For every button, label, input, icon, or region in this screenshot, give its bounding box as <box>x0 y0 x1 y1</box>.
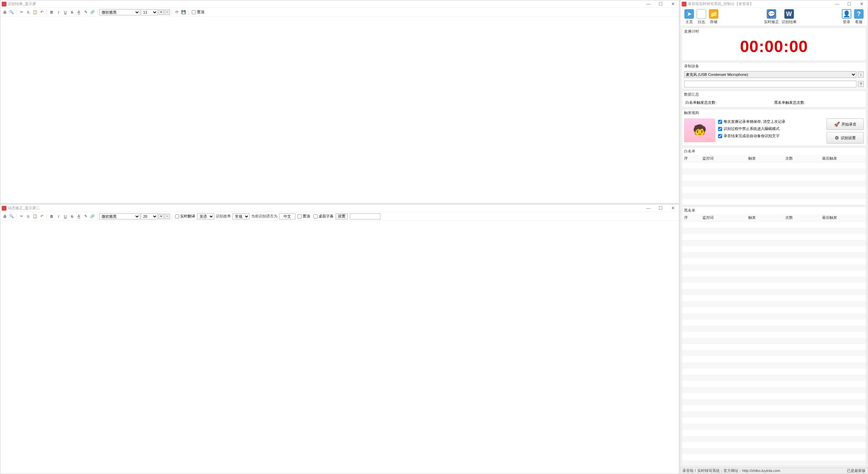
blacklist-body[interactable] <box>682 222 866 466</box>
find-icon[interactable]: 🔍 <box>8 213 15 219</box>
close-button[interactable]: ✕ <box>668 206 678 211</box>
editor-area-2[interactable] <box>0 221 679 474</box>
font-size-select[interactable]: 20 <box>141 213 158 219</box>
col-trigger[interactable]: 触发 <box>746 155 783 162</box>
status-bar: 录音啦！实时转写系统；官方网址：http://zhibo.luyinla.com… <box>680 468 868 474</box>
rule-2-checkbox[interactable]: 识别过程中禁止系统进入睡眠模式 <box>718 126 824 131</box>
strike-button[interactable]: S <box>69 213 75 219</box>
minimize-button[interactable]: — <box>644 206 653 211</box>
col-last[interactable]: 最后触发 <box>820 155 866 162</box>
device-expand-button[interactable]: › <box>858 71 864 78</box>
highlight-button[interactable]: ✎ <box>83 9 89 15</box>
rate-select[interactable]: 常规 <box>233 213 250 219</box>
print-icon[interactable]: 🖶 <box>2 213 8 219</box>
extra-input[interactable] <box>350 213 380 219</box>
maximize-button[interactable]: ☐ <box>656 206 665 211</box>
font-decrease-button[interactable]: − <box>165 10 170 15</box>
checkbox-input[interactable] <box>718 134 722 138</box>
recognition-settings-button[interactable]: ⚙ 识别设置 <box>827 132 864 144</box>
titlebar-cp: 录音啦实时转写系统_控制台【未登录】 — ☐ ✕ <box>680 0 868 8</box>
save-icon[interactable]: 💾 <box>181 9 187 15</box>
always-on-top-checkbox[interactable]: 置顶 <box>297 214 310 219</box>
separator <box>16 10 17 15</box>
link-icon[interactable]: 🔗 <box>89 213 96 219</box>
checkbox-input[interactable] <box>192 10 196 14</box>
translate-lang-select[interactable]: 英语 <box>197 213 214 219</box>
col-count[interactable]: 次数 <box>783 214 820 222</box>
maximize-button[interactable]: ☐ <box>656 1 665 6</box>
login-button[interactable]: 👤 登录 <box>842 9 851 24</box>
minimize-button[interactable]: — <box>644 1 653 6</box>
save-label: 存储 <box>710 19 717 24</box>
whitelist-body[interactable] <box>682 162 866 205</box>
paste-icon[interactable]: 📋 <box>32 9 38 15</box>
bold-button[interactable]: B <box>49 213 55 219</box>
cut-icon[interactable]: ✂ <box>18 9 24 15</box>
rules-section: 触发规则 🧒 每次直播记录单独保存, 清空上次记录 识别过程中禁止系统进入睡眠模… <box>682 109 866 146</box>
italic-button[interactable]: I <box>55 213 62 219</box>
help-button[interactable]: ? 客服 <box>854 9 864 24</box>
window-title: 录音啦实时转写系统_控制台【未登录】 <box>688 1 832 6</box>
col-keyword[interactable]: 监控词 <box>700 155 746 162</box>
paste-icon[interactable]: 📋 <box>32 213 38 219</box>
device-path-input[interactable] <box>684 81 856 87</box>
rule-1-checkbox[interactable]: 每次直播记录单独保存, 清空上次记录 <box>718 119 824 124</box>
font-increase-button[interactable]: + <box>158 10 164 15</box>
underline-button[interactable]: U <box>62 9 68 15</box>
log-button[interactable]: A 日志 <box>697 9 706 24</box>
save-button[interactable]: 📁 存储 <box>709 9 718 24</box>
rule-3-checkbox[interactable]: 录音结束完成后自动备份识别文字 <box>718 133 824 138</box>
find-icon[interactable]: 🔍 <box>8 9 15 15</box>
font-name-select[interactable]: 微软雅黑 <box>99 213 140 219</box>
bold-button[interactable]: B <box>49 9 55 15</box>
print-icon[interactable]: 🖶 <box>2 9 8 15</box>
col-trigger[interactable]: 触发 <box>746 214 783 222</box>
timer-section-title: 直播计时 <box>682 28 866 35</box>
undo-icon[interactable]: ↶ <box>39 9 45 15</box>
login-label: 登录 <box>843 19 850 24</box>
col-seq[interactable]: 序 <box>682 155 700 162</box>
font-color-button[interactable]: A̲ <box>76 213 82 219</box>
whitelist-table: 序 监控词 触发 次数 最后触发 <box>682 155 866 162</box>
col-seq[interactable]: 序 <box>682 214 700 222</box>
copy-icon[interactable]: ⎘ <box>25 9 31 15</box>
close-button[interactable]: ✕ <box>668 1 678 6</box>
home-button[interactable]: ➤ 主页 <box>684 9 694 24</box>
font-size-select[interactable]: 11 <box>141 9 158 15</box>
maximize-button[interactable]: ☐ <box>845 1 854 6</box>
close-button[interactable]: ✕ <box>857 1 866 6</box>
desktop-subtitle-checkbox[interactable]: 桌面字幕 <box>313 214 334 219</box>
col-keyword[interactable]: 监控词 <box>700 214 746 222</box>
checkbox-input[interactable] <box>313 214 318 218</box>
col-last[interactable]: 最后触发 <box>820 214 866 222</box>
copy-icon[interactable]: ⎘ <box>25 213 31 219</box>
separator <box>97 214 98 219</box>
refresh-icon[interactable]: ⟳ <box>174 9 180 15</box>
link-icon[interactable]: 🔗 <box>89 9 96 15</box>
checkbox-input[interactable] <box>718 127 722 131</box>
font-decrease-button[interactable]: − <box>165 214 170 219</box>
realtime-translate-checkbox[interactable]: 实时翻译 <box>175 214 195 219</box>
col-count[interactable]: 次数 <box>783 155 820 162</box>
undo-icon[interactable]: ↶ <box>39 213 45 219</box>
start-record-button[interactable]: 🚀 开始录音 <box>827 118 864 130</box>
font-color-button[interactable]: A̲ <box>76 9 82 15</box>
settings-button[interactable]: 设置 <box>336 213 348 219</box>
italic-button[interactable]: I <box>55 9 62 15</box>
font-increase-button[interactable]: + <box>158 214 164 219</box>
strike-button[interactable]: S <box>69 9 75 15</box>
always-on-top-checkbox[interactable]: 置顶 <box>192 10 204 15</box>
cut-icon[interactable]: ✂ <box>18 213 24 219</box>
device-select[interactable]: 麦克风 (USB Condenser Microphone) <box>684 71 856 78</box>
realtime-correct-button[interactable]: 💬 实时修正 <box>764 9 779 24</box>
device-help-button[interactable]: ? <box>858 81 864 87</box>
checkbox-input[interactable] <box>297 214 302 218</box>
underline-button[interactable]: U <box>62 213 68 219</box>
result-button[interactable]: W 识别结果 <box>782 9 797 24</box>
checkbox-input[interactable] <box>175 214 179 218</box>
checkbox-input[interactable] <box>718 120 722 124</box>
minimize-button[interactable]: — <box>832 1 842 6</box>
font-name-select[interactable]: 微软雅黑 <box>99 9 140 15</box>
highlight-button[interactable]: ✎ <box>83 213 89 219</box>
editor-area-1[interactable] <box>0 17 679 203</box>
